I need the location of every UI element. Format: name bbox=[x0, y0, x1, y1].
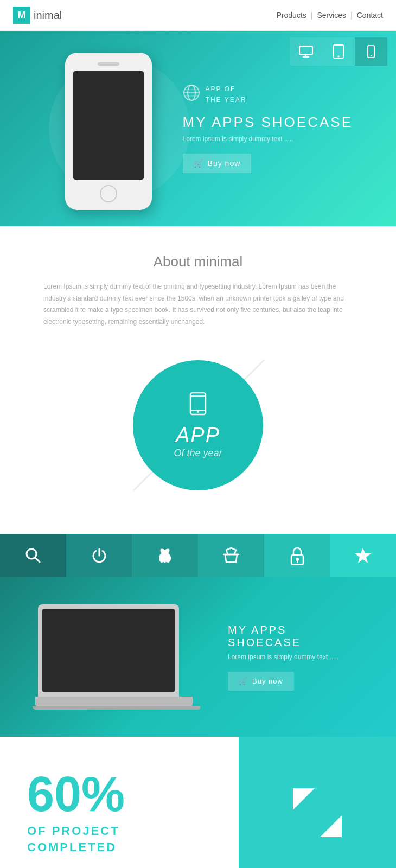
nav-sep-1: | bbox=[311, 11, 313, 20]
logo-letter: M bbox=[18, 10, 26, 21]
icon-bar-apple[interactable] bbox=[132, 534, 198, 577]
phone-home-button bbox=[100, 185, 117, 202]
hero-badge-text: APP OF THE YEAR bbox=[206, 84, 247, 105]
svg-point-13 bbox=[197, 411, 199, 413]
laptop-bezel bbox=[38, 604, 179, 697]
logo: M inimal bbox=[13, 7, 62, 24]
svg-point-19 bbox=[296, 558, 299, 561]
logo-name: inimal bbox=[34, 9, 62, 22]
phone-screen bbox=[73, 71, 144, 180]
svg-line-17 bbox=[35, 558, 40, 562]
nav-contact[interactable]: Contact bbox=[357, 11, 383, 20]
hero-content: APP OF THE YEAR MY APPS SHOECASE Lorem i… bbox=[183, 84, 353, 173]
icon-bar-search[interactable] bbox=[0, 534, 66, 577]
icon-bar-basket[interactable] bbox=[198, 534, 264, 577]
globe-icon bbox=[183, 84, 200, 105]
laptop-btn-label: Buy now bbox=[252, 677, 283, 685]
hero-buy-button[interactable]: 🛒 Buy now bbox=[183, 154, 252, 173]
desktop-icon[interactable] bbox=[290, 37, 322, 66]
laptop-content: MY APPS SHOECASE Lorem ipsum is simply d… bbox=[228, 624, 363, 691]
phone-speaker bbox=[98, 62, 119, 66]
icon-bar bbox=[0, 534, 396, 577]
app-circle: APP Of the year bbox=[133, 360, 263, 490]
laptop-buy-button[interactable]: 🛒 Buy now bbox=[228, 672, 294, 691]
circle-app-sub: Of the year bbox=[174, 448, 222, 459]
svg-rect-0 bbox=[299, 46, 312, 55]
svg-marker-21 bbox=[355, 548, 371, 563]
svg-point-4 bbox=[338, 56, 340, 58]
stats-left: 60% OF PROJECT COMPLETED bbox=[0, 737, 239, 868]
hero-section: APP OF THE YEAR MY APPS SHOECASE Lorem i… bbox=[0, 31, 396, 226]
about-section: About minimal Lorem Ipsum is simply dumm… bbox=[0, 226, 396, 534]
nav-services[interactable]: Services bbox=[317, 11, 346, 20]
laptop-base bbox=[35, 697, 193, 706]
nav-products[interactable]: Products bbox=[277, 11, 306, 20]
icon-bar-lock[interactable] bbox=[264, 534, 330, 577]
icon-bar-power[interactable] bbox=[66, 534, 132, 577]
laptop-device bbox=[33, 604, 184, 710]
app-circle-container: APP Of the year bbox=[122, 349, 274, 501]
hero-btn-label: Buy now bbox=[208, 159, 241, 168]
stats-label: OF PROJECT COMPLETED bbox=[27, 823, 212, 857]
stats-section: 60% OF PROJECT COMPLETED bbox=[0, 737, 396, 868]
device-icons bbox=[290, 37, 387, 66]
phone-icon bbox=[186, 392, 210, 420]
stats-percent: 60% bbox=[27, 770, 212, 819]
phone-device bbox=[65, 53, 152, 210]
laptop-subtitle: Lorem ipsum is simply dummy text ..... bbox=[228, 653, 363, 661]
stats-right bbox=[239, 737, 396, 868]
tablet-icon[interactable] bbox=[322, 37, 355, 66]
laptop-title: MY APPS SHOECASE bbox=[228, 624, 363, 649]
laptop-section: MY APPS SHOECASE Lorem ipsum is simply d… bbox=[0, 577, 396, 737]
circle-app-title: APP bbox=[176, 425, 220, 445]
laptop-screen bbox=[42, 609, 175, 692]
icon-bar-star[interactable] bbox=[330, 534, 396, 577]
laptop-foot bbox=[33, 706, 201, 710]
nav-sep-2: | bbox=[350, 11, 353, 20]
cart-icon-2: 🛒 bbox=[239, 677, 248, 685]
hero-subtitle: Lorem ipsum is simply dummy text ..... bbox=[183, 135, 353, 143]
svg-marker-23 bbox=[320, 815, 342, 837]
svg-point-6 bbox=[371, 55, 372, 56]
svg-marker-22 bbox=[293, 788, 315, 810]
about-text: Lorem Ipsum is simply dummy text of the … bbox=[43, 281, 353, 328]
nav: Products | Services | Contact bbox=[277, 11, 383, 20]
laptop-mockup bbox=[33, 604, 206, 710]
hero-title: MY APPS SHOECASE bbox=[183, 114, 353, 131]
about-title: About minimal bbox=[43, 253, 353, 270]
logo-box: M bbox=[13, 7, 30, 24]
header: M inimal Products | Services | Contact bbox=[0, 0, 396, 31]
cart-icon: 🛒 bbox=[194, 159, 203, 168]
mobile-icon[interactable] bbox=[355, 37, 387, 66]
resize-icon bbox=[288, 783, 347, 843]
hero-badge: APP OF THE YEAR bbox=[183, 84, 353, 105]
phone-mockup bbox=[65, 53, 168, 210]
